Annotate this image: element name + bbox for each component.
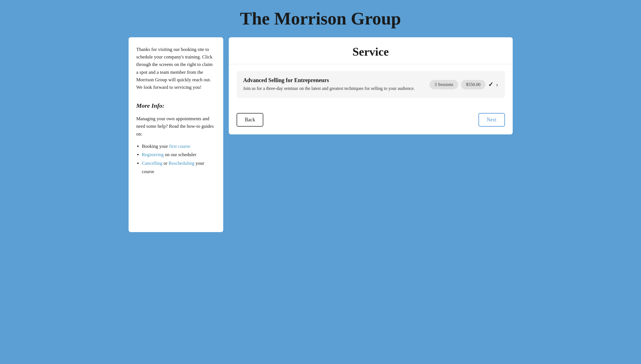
sidebar-intro-text: Thanks for visiting our booking site to … — [136, 46, 215, 91]
sidebar-help-text: Managing your own appointments and need … — [136, 115, 215, 138]
service-description: Join us for a three-day seminar on the l… — [243, 85, 424, 92]
first-course-link[interactable]: first course — [169, 144, 190, 149]
list-item: Booking your first course — [142, 142, 215, 151]
service-name: Advanced Selling for Entrepreneurs — [243, 77, 424, 83]
main-layout: Thanks for visiting our booking site to … — [129, 37, 513, 232]
sidebar-links-list: Booking your first course Registering on… — [136, 142, 215, 176]
rescheduling-link[interactable]: Rescheduling — [169, 161, 195, 166]
list-item-prefix: Booking your — [142, 144, 169, 149]
panel-title: Service — [237, 45, 504, 58]
list-item-suffix: on our scheduler — [165, 152, 196, 157]
page-title: The Morrison Group — [6, 8, 635, 29]
service-info: Advanced Selling for Entrepreneurs Join … — [243, 77, 424, 92]
panel-header: Service — [229, 37, 513, 64]
list-item-middle: or — [163, 161, 168, 166]
service-card: Advanced Selling for Entrepreneurs Join … — [237, 71, 505, 98]
cancelling-link[interactable]: Cancelling — [142, 161, 163, 166]
sessions-badge: 3 Sessions — [429, 80, 458, 89]
main-panel: Service Advanced Selling for Entrepreneu… — [229, 37, 513, 134]
chevron-right-icon[interactable]: › — [496, 81, 498, 88]
list-item: Cancelling or Rescheduling your course — [142, 159, 215, 176]
back-button[interactable]: Back — [237, 113, 264, 127]
price-badge: $550.00 — [461, 80, 485, 89]
check-icon: ✓ — [488, 81, 493, 88]
service-badges: 3 Sessions $550.00 ✓ › — [429, 80, 498, 89]
sidebar: Thanks for visiting our booking site to … — [129, 37, 223, 232]
panel-footer: Back Next — [229, 113, 513, 134]
next-button[interactable]: Next — [478, 113, 505, 127]
sidebar-more-info-heading: More Info: — [136, 102, 215, 109]
list-item: Registering on our scheduler — [142, 151, 215, 159]
registering-link[interactable]: Registering — [142, 152, 164, 157]
panel-body: Advanced Selling for Entrepreneurs Join … — [229, 64, 513, 113]
